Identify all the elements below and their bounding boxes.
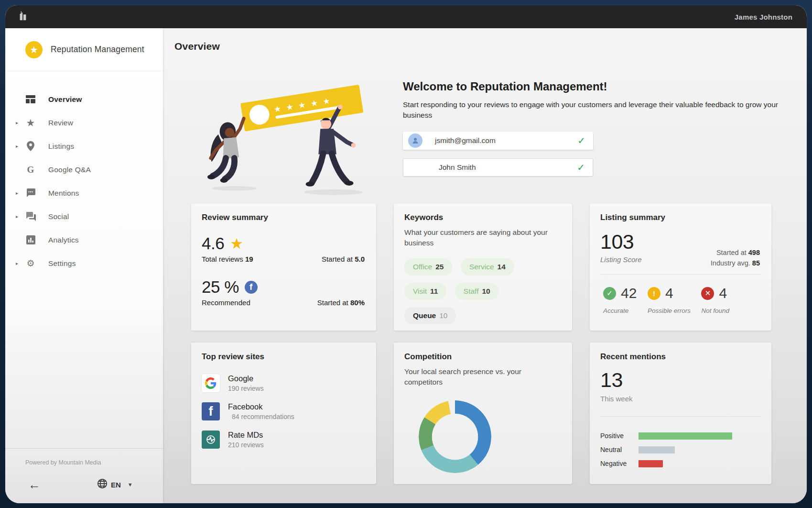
welcome-subtitle: Start responding to your reviews to enga… <box>403 99 780 121</box>
site-row-ratemds[interactable]: Rate MDs 210 reviews <box>202 431 366 449</box>
keyword-chip[interactable]: Service14 <box>461 258 514 276</box>
total-reviews: Total reviews 19 <box>202 255 253 263</box>
stat-not-found: ✕4 Not found <box>701 285 729 314</box>
sidebar-item-label: Mentions <box>48 189 79 198</box>
email-row[interactable]: jsmith@gmail.com ✓ <box>403 132 593 150</box>
sidebar-item-google-qa[interactable]: ▸ G Google Q&A <box>5 158 163 181</box>
app-window: James Johnston ★ Reputation Management ▸… <box>5 5 807 503</box>
email-value: jsmith@gmail.com <box>435 136 496 145</box>
x-circle-icon: ✕ <box>701 287 714 300</box>
brand-name: Reputation Management <box>51 44 144 55</box>
card-title: Competition <box>404 352 562 362</box>
sidebar-item-review[interactable]: ▸ ★ Review <box>5 111 163 134</box>
brand: ★ Reputation Management <box>5 28 163 71</box>
sidebar-item-listings[interactable]: ▸ Listings <box>5 134 163 158</box>
sidebar-item-label: Analytics <box>48 236 79 244</box>
expand-caret: ▸ <box>16 190 24 196</box>
sidebar-item-settings[interactable]: ▸ ⚙ Settings <box>5 252 163 275</box>
keyword-chip[interactable]: Visit11 <box>404 283 446 300</box>
sidebar-item-label: Settings <box>48 259 76 268</box>
sidebar-item-social[interactable]: ▸ Social <box>5 205 163 228</box>
chevron-down-icon: ▼ <box>128 482 133 487</box>
page-header: Overview <box>163 28 807 65</box>
card-title: Review summary <box>202 213 366 222</box>
competition-donut-chart <box>419 400 491 473</box>
competition-subtitle: Your local search presence vs. your comp… <box>404 366 562 387</box>
sidebar-item-analytics[interactable]: ▸ Analytics <box>5 228 163 252</box>
recommended-pct: 25 % <box>202 277 239 297</box>
keywords-subtitle: What your customers are saying about you… <box>404 227 548 248</box>
card-title: Keywords <box>404 213 562 222</box>
star-icon: ★ <box>230 236 243 251</box>
sidebar: ★ Reputation Management ▸ Overview ▸ ★ R… <box>5 28 163 503</box>
check-circle-icon: ✓ <box>603 287 616 300</box>
recommended-started-at: Started at 80% <box>317 298 365 307</box>
name-row[interactable]: John Smith ✓ <box>403 158 593 177</box>
sentiment-bar-neutral: Neutral <box>600 446 732 453</box>
globe-icon <box>97 478 108 491</box>
main-content: Overview ★★★★★ <box>163 28 807 503</box>
listing-summary-card: Listing summary 103 Listing Score Starte… <box>590 203 771 331</box>
sidebar-nav: ▸ Overview ▸ ★ Review ▸ Listings <box>5 71 163 275</box>
site-row-google[interactable]: Google 190 reviews <box>202 374 366 392</box>
keyword-chip[interactable]: Queue10 <box>404 307 456 324</box>
listing-benchmarks: Started at 498 Industry avg. 85 <box>711 247 760 269</box>
card-title: Listing summary <box>600 213 761 222</box>
pin-icon <box>24 141 37 151</box>
sidebar-footer: Powered by Mountain Media ← EN ▼ <box>5 448 163 503</box>
sidebar-item-label: Google Q&A <box>48 166 91 174</box>
mentions-count: 13 <box>600 368 761 392</box>
exclamation-circle-icon: ! <box>648 287 660 300</box>
stat-possible-errors: !4 Possible errors <box>648 285 691 314</box>
star-icon: ★ <box>24 117 37 129</box>
gear-icon: ⚙ <box>24 258 37 269</box>
sidebar-item-mentions[interactable]: ▸ Mentions <box>5 181 163 205</box>
welcome-title: Welcome to Reputation Management! <box>403 80 795 93</box>
site-row-facebook[interactable]: f Facebook 84 recommendations <box>202 402 366 420</box>
topbar: James Johnston <box>5 5 807 28</box>
avatar <box>408 133 422 148</box>
expand-caret: ▸ <box>16 120 24 125</box>
stat-accurate: ✓42 Accurate <box>603 285 637 314</box>
review-banner-illustration: ★★★★★ <box>205 78 375 199</box>
user-menu[interactable]: James Johnston <box>735 13 792 21</box>
google-icon <box>202 374 220 392</box>
mentions-period: This week <box>600 395 761 403</box>
sidebar-item-overview[interactable]: ▸ Overview <box>5 88 163 111</box>
dashboard-icon <box>24 95 37 103</box>
powered-by: Powered by Mountain Media <box>5 459 163 466</box>
rating-value: 4.6 <box>202 234 224 253</box>
sidebar-item-label: Listings <box>48 142 74 151</box>
language-code: EN <box>111 481 121 489</box>
expand-caret: ▸ <box>16 261 24 266</box>
building-icon <box>18 11 28 23</box>
expand-caret: ▸ <box>16 214 24 219</box>
sentiment-bar-positive: Positive <box>600 432 732 440</box>
competition-card: Competition Your local search presence v… <box>394 342 572 484</box>
page-title: Overview <box>174 41 220 52</box>
welcome-section: ★★★★★ <box>163 65 807 199</box>
card-title: Top review sites <box>202 352 366 362</box>
comment-icon <box>24 188 37 198</box>
keywords-card: Keywords What your customers are saying … <box>394 203 572 331</box>
bar-chart-icon <box>24 235 37 244</box>
keyword-chip[interactable]: Staff10 <box>455 283 499 300</box>
review-summary-card: Review summary 4.6 ★ Total reviews 19 St… <box>191 203 376 331</box>
sidebar-item-label: Social <box>48 212 69 221</box>
keyword-chip[interactable]: Office25 <box>404 258 452 276</box>
sidebar-item-label: Review <box>48 119 73 127</box>
cards-grid: Review summary 4.6 ★ Total reviews 19 St… <box>191 203 778 484</box>
facebook-icon: f <box>245 281 258 294</box>
top-review-sites-card: Top review sites Google 190 reviews <box>191 342 376 484</box>
sentiment-bars: Positive Neutral Negative <box>600 432 761 467</box>
rating-started-at: Started at 5.0 <box>322 255 365 263</box>
card-title: Recent mentions <box>600 352 761 362</box>
divider <box>600 416 761 417</box>
star-logo-icon: ★ <box>25 41 43 58</box>
chat-icon <box>24 212 37 221</box>
language-selector[interactable]: EN ▼ <box>97 478 133 491</box>
sentiment-bar-negative: Negative <box>600 460 732 467</box>
google-g-icon: G <box>24 165 37 175</box>
check-icon: ✓ <box>577 135 585 146</box>
back-button[interactable]: ← <box>28 478 41 491</box>
